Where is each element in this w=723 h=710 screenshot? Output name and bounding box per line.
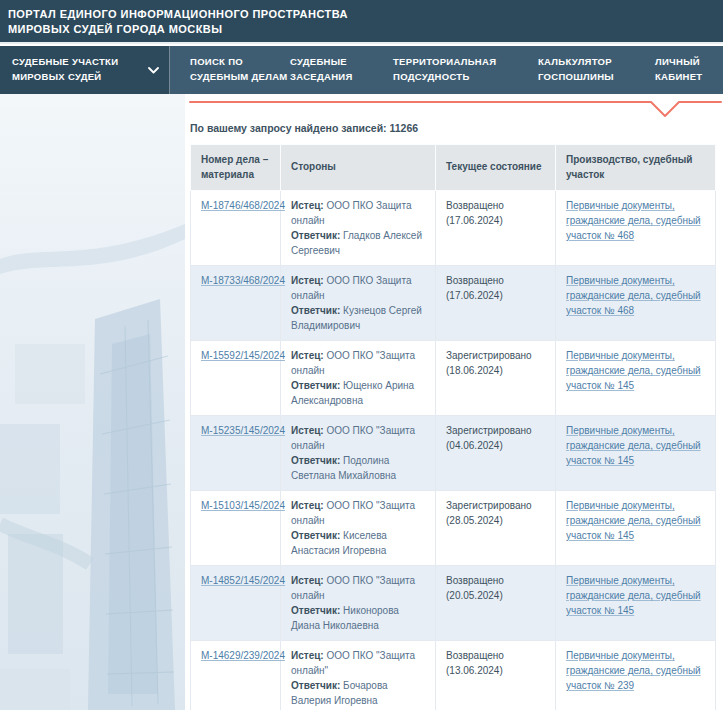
defendant-label: Ответчик: [291,605,340,616]
plaintiff-label: Истец: [291,650,324,661]
defendant-label: Ответчик: [291,455,340,466]
plaintiff-label: Истец: [291,425,324,436]
defendant-label: Ответчик: [291,530,340,541]
case-number-link[interactable]: М-15592/145/2024 [201,350,285,361]
nav-item-label: ПОИСК ПО СУДЕБНЫМ ДЕЛАМ [190,55,288,84]
case-status: Возвращено (17.06.2024) [436,266,556,341]
table-row: М-18733/468/2024 Истец: ООО ПКО Защита о… [191,266,716,341]
table-header-row: Номер дела – материала Стороны Текущее с… [191,145,716,191]
results-count-line: По вашему запросу найдено записей: 11266 [190,122,723,134]
nav-item-court-sessions[interactable]: СУДЕБНЫЕ ЗАСЕДАНИЯ [290,46,353,94]
defendant-label: Ответчик: [291,230,340,241]
case-status: Зарегистрировано (28.05.2024) [436,491,556,566]
defendant-label: Ответчик: [291,680,340,691]
table-row: М-15103/145/2024 Истец: ООО ПКО "Защита … [191,491,716,566]
defendant-label: Ответчик: [291,305,340,316]
nav-item-fee-calculator[interactable]: КАЛЬКУЛЯТОР ГОСПОШЛИНЫ [538,46,614,94]
production-link[interactable]: Первичные документы, гражданские дела, с… [566,275,701,316]
table-row: М-15592/145/2024 Истец: ООО ПКО "Защита … [191,341,716,416]
chevron-down-icon [148,67,159,74]
column-production: Производство, судебный участок [556,145,716,191]
defendant-label: Ответчик: [291,380,340,391]
plaintiff-label: Истец: [291,350,324,361]
nav-item-territorial-jurisdiction[interactable]: ТЕРРИТОРИАЛЬНАЯ ПОДСУДНОСТЬ [393,46,496,94]
column-current-status: Текущее состояние [436,145,556,191]
production-link[interactable]: Первичные документы, гражданские дела, с… [566,575,701,616]
nav-item-label: СУДЕБНЫЕ ЗАСЕДАНИЯ [290,55,353,84]
page: ПОРТАЛ ЕДИНОГО ИНФОРМАЦИОННОГО ПРОСТРАНС… [0,0,723,710]
column-case-number: Номер дела – материала [191,145,281,191]
site-title-line2: МИРОВЫХ СУДЕЙ ГОРОДА МОСКВЫ [8,22,723,37]
production-link[interactable]: Первичные документы, гражданские дела, с… [566,350,701,391]
nav-item-label: СУДЕБНЫЕ УЧАСТКИ МИРОВЫХ СУДЕЙ [12,55,118,84]
case-number-link[interactable]: М-14629/239/2024 [201,650,285,661]
background-aerial-photo [0,94,185,710]
nav-item-case-search[interactable]: ПОИСК ПО СУДЕБНЫМ ДЕЛАМ [190,46,288,94]
case-number-link[interactable]: М-18733/468/2024 [201,275,285,286]
nav-item-court-districts[interactable]: СУДЕБНЫЕ УЧАСТКИ МИРОВЫХ СУДЕЙ [0,46,170,94]
case-status: Зарегистрировано (18.06.2024) [436,341,556,416]
table-row: М-15235/145/2024 Истец: ООО ПКО "Защита … [191,416,716,491]
site-title: ПОРТАЛ ЕДИНОГО ИНФОРМАЦИОННОГО ПРОСТРАНС… [0,0,723,38]
plaintiff-label: Истец: [291,500,324,511]
case-status: Возвращено (13.06.2024) [436,641,556,710]
case-number-link[interactable]: М-15235/145/2024 [201,425,285,436]
case-status: Возвращено (20.05.2024) [436,566,556,641]
site-title-line1: ПОРТАЛ ЕДИНОГО ИНФОРМАЦИОННОГО ПРОСТРАНС… [8,7,723,22]
nav-item-label: ТЕРРИТОРИАЛЬНАЯ ПОДСУДНОСТЬ [393,55,496,84]
active-tab-pointer-line [185,100,723,122]
case-number-link[interactable]: М-18746/468/2024 [201,200,285,211]
nav-item-personal-account[interactable]: ЛИЧНЫЙ КАБИНЕТ [655,46,702,94]
production-link[interactable]: Первичные документы, гражданские дела, с… [566,650,701,691]
case-status: Возвращено (17.06.2024) [436,191,556,266]
case-number-link[interactable]: М-15103/145/2024 [201,500,285,511]
cases-table: Номер дела – материала Стороны Текущее с… [190,144,716,710]
search-results-panel: По вашему запросу найдено записей: 11266… [185,94,723,710]
plaintiff-label: Истец: [291,200,324,211]
plaintiff-label: Истец: [291,275,324,286]
case-status: Зарегистрировано (04.06.2024) [436,416,556,491]
column-parties: Стороны [281,145,436,191]
site-header: ПОРТАЛ ЕДИНОГО ИНФОРМАЦИОННОГО ПРОСТРАНС… [0,0,723,44]
production-link[interactable]: Первичные документы, гражданские дела, с… [566,200,701,241]
results-count-value: 11266 [390,122,419,134]
nav-item-label: ЛИЧНЫЙ КАБИНЕТ [655,55,702,84]
table-row: М-18746/468/2024 Истец: ООО ПКО Защита о… [191,191,716,266]
case-number-link[interactable]: М-14852/145/2024 [201,575,285,586]
production-link[interactable]: Первичные документы, гражданские дела, с… [566,500,701,541]
table-row: М-14852/145/2024 Истец: ООО ПКО "Защита … [191,566,716,641]
nav-item-label: КАЛЬКУЛЯТОР ГОСПОШЛИНЫ [538,55,614,84]
table-row: М-14629/239/2024 Истец: ООО ПКО "Защита … [191,641,716,710]
main-nav: СУДЕБНЫЕ УЧАСТКИ МИРОВЫХ СУДЕЙ ПОИСК ПО … [0,46,723,94]
results-count-label: По вашему запросу найдено записей: [190,122,387,134]
production-link[interactable]: Первичные документы, гражданские дела, с… [566,425,701,466]
plaintiff-label: Истец: [291,575,324,586]
